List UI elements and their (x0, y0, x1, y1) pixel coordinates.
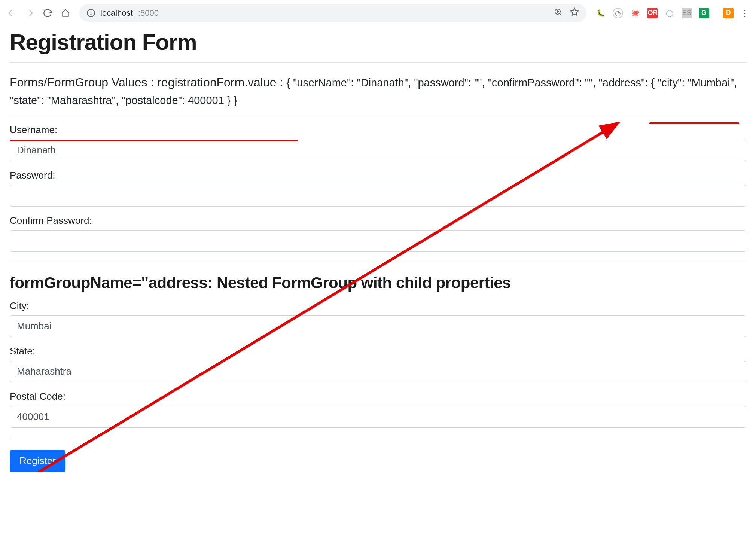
site-info-icon[interactable]: i (87, 9, 95, 17)
username-input[interactable] (10, 140, 746, 161)
city-label: City: (10, 300, 746, 312)
confirm-password-label: Confirm Password: (10, 215, 746, 226)
back-button[interactable] (7, 8, 16, 18)
password-group: Password: (10, 170, 746, 207)
svg-marker-1 (571, 8, 578, 15)
postal-code-group: Postal Code: (10, 391, 746, 428)
opera-extension-icon[interactable]: ◯ (664, 8, 675, 18)
page-title: Registration Form (10, 29, 746, 55)
nav-buttons (7, 8, 70, 18)
state-input[interactable] (10, 361, 746, 382)
confirm-password-input[interactable] (10, 230, 746, 252)
divider (10, 439, 746, 439)
form-values-label: Forms/FormGroup Values : registrationFor… (10, 76, 286, 89)
postal-code-input[interactable] (10, 406, 746, 428)
annotation-underline-2 (10, 140, 298, 141)
forward-button[interactable] (25, 8, 34, 18)
username-label: Username: (10, 124, 746, 136)
state-label: State: (10, 345, 746, 357)
profile-avatar[interactable]: D (723, 8, 734, 18)
annotation-underline-1 (649, 122, 739, 124)
extension-icon-2[interactable]: ◔ (613, 8, 623, 18)
grammarly-extension-icon[interactable]: G (699, 8, 709, 18)
url-host: localhost (100, 8, 133, 18)
browser-toolbar: i localhost:5000 🐛 ◔ 🐙 CORS ◯ ES G D ⋮ (0, 0, 756, 26)
reload-button[interactable] (43, 8, 52, 18)
address-bar[interactable]: i localhost:5000 (79, 4, 586, 22)
username-group: Username: (10, 124, 746, 161)
more-menu-icon[interactable]: ⋮ (740, 8, 749, 18)
es-extension-icon[interactable]: ES (682, 8, 692, 18)
confirm-password-group: Confirm Password: (10, 215, 746, 252)
cors-extension-icon[interactable]: CORS (647, 8, 658, 18)
city-group: City: (10, 300, 746, 337)
home-button[interactable] (61, 8, 70, 18)
state-group: State: (10, 345, 746, 382)
divider (10, 116, 746, 116)
extension-icon-1[interactable]: 🐛 (595, 8, 606, 18)
register-button[interactable]: Register (10, 450, 65, 472)
address-section-title: formGroupName="address: Nested FormGroup… (10, 274, 746, 292)
postal-code-label: Postal Code: (10, 391, 746, 402)
extension-icon-3[interactable]: 🐙 (630, 8, 640, 18)
form-values-display: Forms/FormGroup Values : registrationFor… (10, 63, 746, 116)
city-input[interactable] (10, 315, 746, 337)
page-content: Registration Form Forms/FormGroup Values… (0, 29, 756, 472)
extensions-area: 🐛 ◔ 🐙 CORS ◯ ES G D ⋮ (595, 7, 749, 19)
password-label: Password: (10, 170, 746, 181)
url-port: :5000 (138, 8, 159, 18)
password-input[interactable] (10, 185, 746, 207)
zoom-icon[interactable] (554, 7, 563, 19)
address-bar-actions (554, 7, 579, 19)
bookmark-star-icon[interactable] (570, 7, 579, 19)
separator (716, 7, 716, 19)
divider (10, 263, 746, 263)
